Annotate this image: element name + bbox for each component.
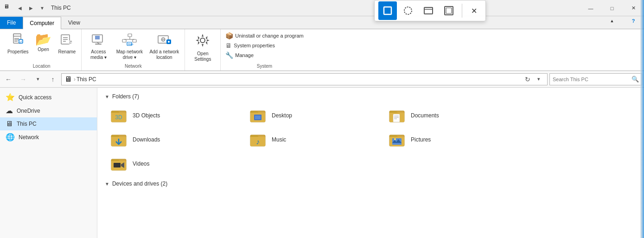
add-network-icon	[156, 33, 172, 48]
main-layout: ⭐ Quick access ☁ OneDrive 🖥 This PC 🌐 Ne…	[0, 88, 644, 238]
folder-item-downloads[interactable]: Downloads	[105, 129, 244, 151]
uninstall-icon: 📦	[225, 32, 233, 39]
folder-item-music[interactable]: ♪ Music	[244, 129, 383, 151]
title-nav-dropdown[interactable]: ▼	[37, 3, 47, 13]
refresh-btn[interactable]: ↻	[522, 74, 533, 85]
svg-rect-58	[114, 163, 121, 167]
nav-back-btn[interactable]: ←	[2, 73, 15, 86]
snip-close-btn[interactable]: ✕	[466, 3, 482, 19]
folder-item-videos[interactable]: Videos	[105, 153, 244, 175]
map-network-icon: Map	[121, 33, 137, 48]
ribbon-group-settings: OpenSettings	[185, 29, 221, 71]
ribbon-item-open[interactable]: 📂 Open	[32, 31, 55, 54]
window-controls: — □ ✕	[580, 0, 644, 16]
sidebar-item-network[interactable]: 🌐 Network	[0, 130, 97, 144]
tab-file[interactable]: File	[0, 17, 23, 29]
videos-label: Videos	[133, 161, 149, 167]
uninstall-label: Uninstall or change a program	[235, 33, 303, 39]
tab-computer[interactable]: Computer	[23, 17, 61, 29]
snip-window-btn[interactable]	[419, 1, 438, 20]
snip-freeform-btn[interactable]	[399, 1, 417, 20]
documents-label: Documents	[411, 112, 439, 119]
this-pc-icon: 🖥	[6, 120, 13, 128]
folder-item-pictures[interactable]: Pictures	[383, 129, 522, 151]
nav-up-btn[interactable]: ↑	[46, 73, 59, 86]
ribbon: ✓ Properties 📂 Open	[0, 29, 644, 71]
window-title: This PC	[51, 5, 71, 11]
ribbon-item-rename[interactable]: Rename	[56, 31, 79, 57]
quick-access-label: Quick access	[19, 94, 51, 101]
folder-item-desktop[interactable]: Desktop	[244, 104, 383, 127]
quick-access-icon: ⭐	[6, 93, 15, 102]
address-pc-icon: 🖥	[64, 75, 72, 84]
address-bar[interactable]: 🖥 › This PC ↻ ▾	[61, 73, 548, 85]
this-pc-label: This PC	[17, 121, 37, 127]
ribbon-tabs: File Computer View ▲ ?	[0, 16, 644, 29]
svg-rect-2	[14, 38, 19, 39]
properties-label: Properties	[7, 49, 29, 55]
nav-forward-btn[interactable]: →	[17, 73, 30, 86]
sidebar-item-quick-access[interactable]: ⭐ Quick access	[0, 90, 97, 104]
desktop-icon	[249, 107, 267, 124]
svg-rect-19	[133, 39, 136, 42]
sidebar-item-onedrive[interactable]: ☁ OneDrive	[0, 104, 97, 117]
svg-rect-42	[393, 114, 400, 122]
tab-view[interactable]: View	[61, 17, 87, 29]
network-group-label: Network	[84, 64, 182, 70]
music-icon: ♪	[249, 131, 267, 148]
ribbon-group-location-items: ✓ Properties 📂 Open	[5, 31, 78, 63]
ribbon-item-map-network[interactable]: Map Map networkdrive ▾	[113, 31, 146, 62]
folder-item-3d-objects[interactable]: 3D 3D Objects	[105, 104, 244, 127]
ribbon-item-uninstall[interactable]: 📦 Uninstall or change a program	[223, 31, 305, 40]
nav-recent-btn[interactable]: ▾	[32, 73, 45, 86]
videos-icon	[109, 155, 128, 172]
location-group-label: Location	[5, 64, 78, 70]
svg-rect-64	[446, 8, 452, 13]
ribbon-group-system-items: 📦 Uninstall or change a program 🖥 System…	[223, 31, 305, 63]
devices-section-title: Devices and drives (2)	[112, 180, 167, 187]
ribbon-group-system: 📦 Uninstall or change a program 🖥 System…	[221, 29, 308, 71]
open-label: Open	[38, 47, 49, 52]
devices-toggle[interactable]: ▼	[105, 181, 109, 187]
ribbon-item-system-properties[interactable]: 🖥 System properties	[223, 41, 305, 50]
ribbon-item-add-network[interactable]: Add a networklocation	[147, 31, 182, 62]
svg-text:3D: 3D	[115, 114, 122, 121]
svg-rect-14	[95, 36, 100, 39]
svg-rect-59	[384, 7, 391, 14]
maximize-button[interactable]: □	[601, 0, 623, 16]
snip-divider	[462, 4, 462, 18]
ribbon-item-manage[interactable]: 🔧 Manage	[223, 51, 305, 60]
search-input[interactable]	[553, 77, 630, 82]
system-properties-label: System properties	[234, 43, 275, 48]
open-settings-label: OpenSettings	[194, 51, 211, 62]
title-bar-nav: ◀ ▶ ▼	[15, 3, 47, 13]
folder-item-documents[interactable]: Documents	[383, 104, 522, 127]
address-dropdown-btn[interactable]: ▾	[533, 74, 544, 85]
ribbon-item-properties[interactable]: ✓ Properties	[5, 31, 32, 57]
properties-icon: ✓	[12, 33, 25, 48]
title-nav-forward[interactable]: ▶	[26, 3, 36, 13]
folders-section-header: ▼ Folders (7)	[105, 93, 637, 100]
rename-label: Rename	[58, 49, 76, 55]
access-media-label: Accessmedia ▾	[90, 49, 107, 60]
snip-fullscreen-btn[interactable]	[440, 1, 458, 20]
snip-rectangle-btn[interactable]	[378, 1, 397, 20]
address-arrow: ›	[74, 76, 76, 83]
ribbon-group-settings-items: OpenSettings	[188, 31, 217, 68]
manage-label: Manage	[235, 52, 254, 58]
svg-text:Map: Map	[128, 43, 134, 45]
folders-toggle[interactable]: ▼	[105, 94, 109, 99]
svg-rect-3	[14, 39, 19, 40]
sidebar-item-this-pc[interactable]: 🖥 This PC	[0, 117, 97, 130]
ribbon-item-open-settings[interactable]: OpenSettings	[188, 31, 217, 64]
svg-text:♪: ♪	[256, 138, 260, 146]
title-nav-back[interactable]: ◀	[15, 3, 25, 13]
svg-rect-39	[255, 116, 261, 119]
pictures-icon	[388, 131, 406, 148]
minimize-button[interactable]: —	[580, 0, 601, 16]
network-label: Network	[19, 134, 39, 141]
ribbon-item-access-media[interactable]: Accessmedia ▾	[84, 31, 112, 62]
onedrive-label: OneDrive	[17, 108, 40, 114]
title-bar: 🖥 ◀ ▶ ▼ This PC — □ ✕	[0, 0, 644, 16]
svg-rect-1	[13, 34, 21, 36]
